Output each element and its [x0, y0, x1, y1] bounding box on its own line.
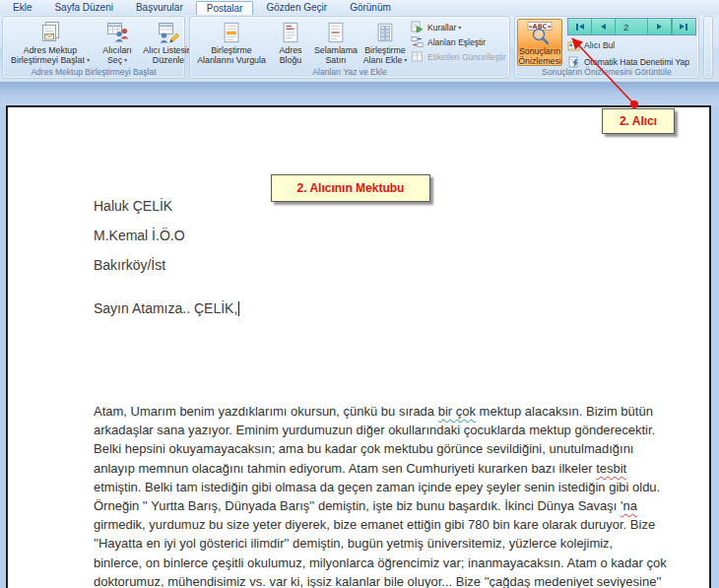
dropdown-arrow-icon: ▾ — [458, 24, 461, 31]
match-fields-icon — [411, 35, 425, 48]
tab-gozden-gecir[interactable]: Gözden Geçir — [256, 1, 337, 15]
group-preview-results: «ABC» Sonuçların Önizlemesi 2 Alıcı — [514, 16, 699, 79]
insert-merge-field-button[interactable]: Birleştirme Alanı Ekle▾ — [361, 18, 409, 66]
letter-line: Belki hepsini okuyamayacaksın; ama bu ka… — [94, 439, 702, 458]
letter-line: Atam, Umarım benim yazdıklarımı okursun,… — [94, 402, 702, 421]
letter-annotation-callout: 2. Alıcının Mektubu — [271, 174, 430, 202]
tab-basvurular[interactable]: Başvurular — [126, 1, 193, 15]
preview-results-button[interactable]: «ABC» Sonuçların Önizlemesi — [517, 19, 562, 66]
insert-merge-field-icon — [374, 19, 396, 45]
tab-gorunum[interactable]: Görünüm — [340, 1, 401, 15]
record-number-field[interactable]: 2 — [616, 19, 648, 34]
letter-line: ''Hayatta en iyi yol gösterici ilimdir''… — [94, 534, 702, 553]
group-write-insert-fields: Birleştirme Alanlarını Vurgula Adres Blo… — [189, 16, 510, 79]
highlight-merge-fields-button[interactable]: Birleştirme Alanlarını Vurgula — [192, 18, 271, 66]
find-recipient-button[interactable]: Alıcı Bul — [567, 38, 696, 52]
match-fields-button[interactable]: Alanları Eşleştir — [409, 34, 513, 49]
recipient-annotation-callout: 2. Alıcı — [602, 108, 675, 134]
letter-line: anlayıp memnun olacağını tahmin ediyorum… — [94, 459, 702, 478]
group-label-preview-results: Sonuçların Önizlemesini Görüntüle — [515, 66, 698, 78]
select-recipients-icon — [105, 19, 129, 45]
tab-ekle[interactable]: Ekle — [3, 1, 41, 15]
ribbon-group-cutoff — [703, 16, 713, 79]
start-mail-merge-button[interactable]: Adres Mektup Birleştirmeyi Başlat▾ — [5, 18, 96, 66]
tab-postalar[interactable]: Postalar — [196, 1, 254, 15]
group-label-start-mail-merge: Adres Mektup Birleştirmeyi Başlat — [3, 66, 184, 78]
address-block-button[interactable]: Adres Bloğu — [271, 18, 310, 66]
highlight-merge-fields-icon — [221, 19, 242, 45]
greeting-line-icon — [325, 19, 347, 45]
last-record-button[interactable] — [672, 19, 695, 34]
preview-results-icon: «ABC» — [525, 21, 555, 46]
letter-salutation: Sayın Atamıza.. ÇELİK, — [94, 300, 239, 316]
record-navigator: 2 — [567, 18, 696, 35]
letter-line: girmedik, yurdumuz bu size yeter diyerek… — [94, 515, 702, 534]
document-page[interactable]: 2. Alıcının Mektubu Haluk ÇELİK M.Kemal … — [6, 105, 711, 588]
address-block-icon — [280, 19, 301, 45]
letter-address-line: Bakırköy/İst — [94, 257, 165, 273]
previous-record-button[interactable] — [592, 19, 616, 34]
ribbon: Adres Mektup Birleştirmeyi Başlat▾ Alıcı… — [0, 15, 719, 83]
group-label-write-insert-fields: Alanları Yaz ve Ekle — [190, 66, 509, 78]
update-labels-button: Etiketleri Güncelleştir — [409, 49, 513, 64]
find-recipient-icon — [567, 39, 581, 52]
next-record-icon — [657, 24, 662, 30]
dropdown-arrow-icon: ▾ — [87, 57, 90, 63]
letter-line: Örneğin '' Yurtta Barış, Dünyada Barış''… — [94, 496, 702, 515]
last-record-icon — [680, 24, 685, 30]
ribbon-tab-bar: Ekle Sayfa Düzeni Başvurular Postalar Gö… — [0, 0, 719, 15]
text-cursor — [238, 301, 239, 316]
update-labels-icon — [411, 50, 425, 63]
first-record-button[interactable] — [568, 19, 592, 34]
letter-body: Atam, Umarım benim yazdıklarımı okursun,… — [94, 402, 702, 588]
letter-address-line: M.Kemal İ.Ö.O — [94, 228, 185, 243]
dropdown-arrow-icon: ▾ — [124, 57, 127, 63]
window-background — [0, 83, 719, 106]
letter-line: arkadaşlar sana yazıyor. Eminim yurdumuz… — [94, 421, 702, 439]
word-window: { "tabs": [ {"label": "Ekle"}, {"label":… — [0, 0, 719, 588]
tab-sayfa-duzeni[interactable]: Sayfa Düzeni — [44, 1, 122, 15]
letter-line: doktorumuz, mühendisimiz vs. var ki, işs… — [94, 572, 702, 588]
rules-icon — [411, 21, 425, 33]
dropdown-arrow-icon: ▾ — [404, 57, 407, 63]
greeting-line-button[interactable]: Selamlama Satırı — [310, 18, 361, 66]
group-start-mail-merge: Adres Mektup Birleştirmeyi Başlat▾ Alıcı… — [2, 16, 185, 79]
letter-line: binlerce, on binlerce çeşitli okulumuz, … — [94, 554, 702, 572]
letter-address-line: Haluk ÇELİK — [94, 198, 172, 214]
next-record-button[interactable] — [648, 19, 672, 34]
previous-record-icon — [601, 24, 606, 30]
select-recipients-button[interactable]: Alıcıları Seç▾ — [96, 18, 139, 66]
letter-line: etmiştin. Belki tam istediğin gibi olmas… — [94, 478, 702, 496]
start-mail-merge-icon — [38, 19, 62, 45]
rules-button[interactable]: Kurallar▾ — [409, 20, 513, 34]
edit-recipient-list-icon — [157, 19, 180, 45]
first-record-icon — [579, 24, 584, 30]
